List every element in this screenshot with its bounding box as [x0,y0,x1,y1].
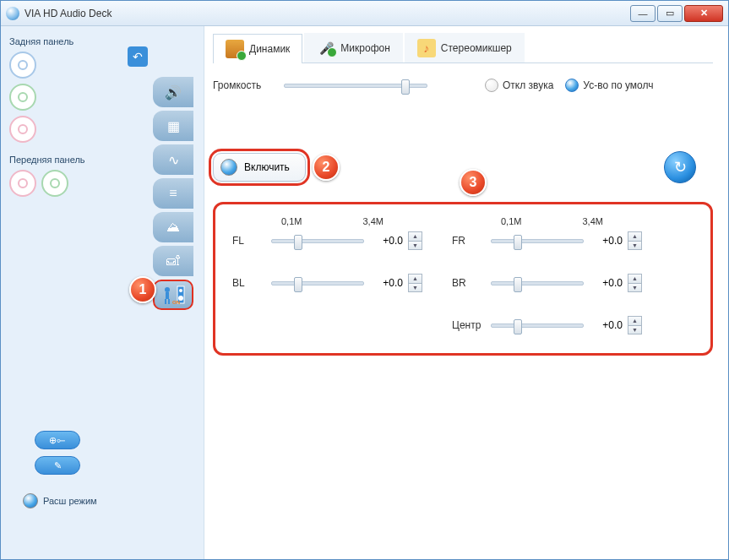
br-value: +0.0 [589,277,623,289]
microphone-icon: 🎤 [317,39,335,57]
side-env-icon[interactable]: ⛰ [153,212,193,242]
speaker-icon [226,40,244,58]
volume-slider[interactable] [284,84,427,88]
default-device-toggle[interactable]: Ус-во по умолч [565,79,653,92]
pill-button-2[interactable]: ✎ [35,456,80,475]
channel-br: BR +0.0 ▲▼ [452,274,672,292]
side-eq-icon[interactable]: ≡ [153,178,193,209]
rear-panel-label: Задняя панель [9,36,199,46]
enable-button[interactable]: Включить [213,153,306,182]
side-volume-icon[interactable]: 🔊 [153,77,193,107]
svg-text:ON: ON [172,300,180,305]
titlebar: VIA HD Audio Deck [1,1,728,26]
tab-microphone[interactable]: 🎤 Микрофон [304,33,402,63]
advanced-mode-toggle[interactable]: Расш режим [23,493,97,508]
pill-button-1[interactable]: ⊕⟜ [35,431,80,449]
fr-stepper[interactable]: ▲▼ [628,231,642,250]
speaker-distance-panel: 0,1М 3,4М 0,1М 3,4М FL +0.0 ▲▼ [213,202,713,356]
sidebar: Задняя панель ↶ Передняя панель 🔊 ▦ ∿ ≡ [1,26,204,559]
side-speaker-position-icon[interactable]: ON [153,280,193,310]
fl-stepper[interactable]: ▲▼ [408,231,422,250]
channel-fr: FR +0.0 ▲▼ [452,231,672,250]
channel-fl: FL +0.0 ▲▼ [232,231,452,250]
fl-slider[interactable] [271,239,364,243]
bl-stepper[interactable]: ▲▼ [408,274,422,292]
annotation-marker-1: 1 [129,276,156,303]
svg-point-3 [165,287,170,292]
maximize-button[interactable] [657,5,683,22]
mode-label: Расш режим [43,496,97,506]
radio-on-icon [220,159,237,176]
fl-value: +0.0 [369,235,403,247]
annotation-marker-2: 2 [313,154,340,181]
center-stepper[interactable]: ▲▼ [628,316,642,334]
svg-rect-4 [166,292,169,299]
fr-slider[interactable] [491,239,584,243]
annotation-marker-3: 3 [460,169,487,196]
side-wave-icon[interactable]: ∿ [153,144,193,175]
fr-value: +0.0 [589,235,623,247]
channel-bl: BL +0.0 ▲▼ [232,274,452,292]
volume-thumb[interactable] [401,79,410,95]
scale-max: 3,4М [582,216,602,226]
radio-off-icon [485,79,498,92]
close-button[interactable] [684,5,723,22]
side-room-icon[interactable]: 🛋 [153,246,193,276]
svg-point-1 [179,289,182,292]
bl-slider[interactable] [271,281,364,285]
rear-jack-pink[interactable] [9,116,36,143]
bl-value: +0.0 [369,277,403,289]
tab-stereomixer[interactable]: ♪ Стереомикшер [405,33,525,63]
mute-toggle[interactable]: Откл звука [485,79,553,92]
center-slider[interactable] [491,323,584,328]
radio-on-icon [565,79,579,92]
radio-icon [23,493,38,508]
window-title: VIA HD Audio Deck [24,8,630,19]
minimize-button[interactable] [630,5,656,22]
app-window: VIA HD Audio Deck Задняя панель ↶ Передн… [0,0,729,560]
tabs: Динамик 🎤 Микрофон ♪ Стереомикшер [213,33,713,63]
main-panel: Динамик 🎤 Микрофон ♪ Стереомикшер Громко… [204,26,728,559]
br-stepper[interactable]: ▲▼ [628,274,642,292]
rear-jack-blue[interactable] [9,52,36,79]
mixer-icon: ♪ [417,39,436,57]
scale-max: 3,4М [362,216,383,226]
rear-jack-green[interactable] [9,84,36,111]
front-jack-pink[interactable] [9,170,36,197]
back-icon[interactable]: ↶ [128,46,148,67]
front-jack-green[interactable] [41,170,68,197]
side-config-icon[interactable]: ▦ [153,111,193,141]
br-slider[interactable] [491,281,584,285]
scale-min: 0,1М [281,216,302,226]
center-value: +0.0 [589,319,623,331]
volume-label: Громкость [213,79,272,91]
reset-button[interactable]: ↻ [664,151,696,183]
svg-rect-6 [168,299,170,304]
tab-speaker[interactable]: Динамик [213,34,302,63]
app-icon [6,7,19,20]
scale-min: 0,1М [501,216,521,226]
channel-center: Центр +0.0 ▲▼ [452,316,672,334]
svg-rect-5 [165,299,166,304]
